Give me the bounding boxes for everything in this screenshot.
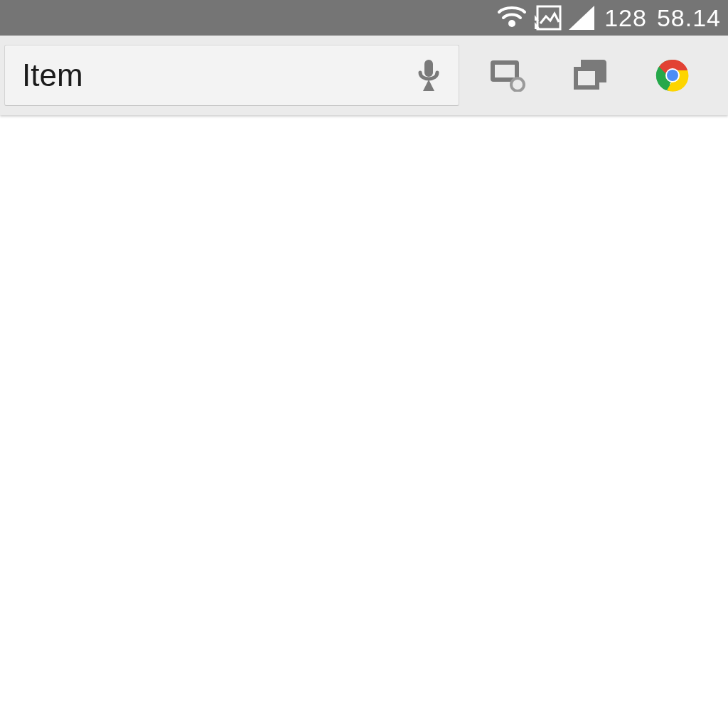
cellular-icon — [569, 6, 594, 30]
page-content — [0, 115, 728, 728]
svg-marker-6 — [423, 80, 434, 91]
omnibox-text: Item — [22, 58, 413, 93]
status-icons-group: 128 58.14 — [498, 4, 721, 32]
wifi-icon — [498, 6, 526, 29]
status-count: 128 — [604, 4, 647, 32]
tabs-icon[interactable] — [569, 54, 611, 97]
browser-toolbar: Item — [0, 36, 728, 115]
toolbar-actions — [459, 54, 721, 97]
image-icon — [533, 5, 562, 31]
status-clock: 58.14 — [657, 4, 721, 32]
svg-point-14 — [667, 70, 678, 81]
svg-point-0 — [508, 20, 515, 27]
omnibox[interactable]: Item — [4, 45, 459, 106]
status-bar: 128 58.14 — [0, 0, 728, 36]
svg-rect-5 — [424, 60, 433, 77]
svg-marker-4 — [569, 6, 594, 30]
chrome-icon[interactable] — [651, 54, 694, 97]
cast-icon[interactable] — [486, 54, 529, 97]
mic-icon[interactable] — [413, 58, 444, 92]
svg-rect-11 — [584, 61, 605, 67]
svg-rect-8 — [495, 65, 515, 77]
